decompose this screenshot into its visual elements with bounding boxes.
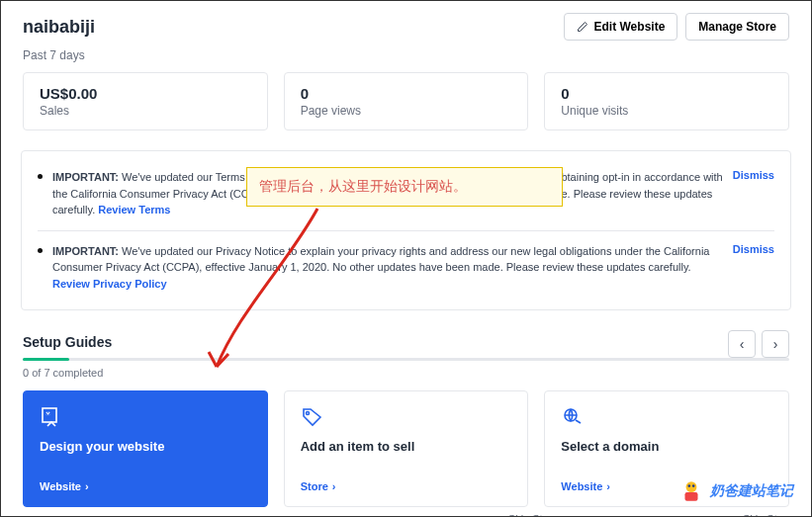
stat-card-unique: 0 Unique visits <box>544 72 789 130</box>
guide-link-store[interactable]: Store› <box>301 480 512 492</box>
stat-label: Unique visits <box>561 104 772 118</box>
chevron-right-icon: › <box>85 480 89 492</box>
guide-link-website[interactable]: Website› <box>40 480 251 492</box>
stat-label: Sales <box>40 104 251 118</box>
stat-value: US$0.00 <box>40 85 251 102</box>
review-privacy-link[interactable]: Review Privacy Policy <box>52 278 167 290</box>
stat-label: Page views <box>301 104 512 118</box>
edit-website-button[interactable]: Edit Website <box>564 13 678 41</box>
skip-step-link[interactable]: Skip Step <box>508 513 555 517</box>
page-title: naibabiji <box>23 17 556 38</box>
pencil-icon <box>577 21 588 33</box>
setup-guides-title: Setup Guides <box>23 334 112 350</box>
stat-value: 0 <box>301 85 512 102</box>
notice-item: IMPORTANT: We've updated our Privacy Not… <box>38 230 774 299</box>
dismiss-button[interactable]: Dismiss <box>733 243 774 293</box>
svg-point-1 <box>306 412 309 415</box>
tag-icon <box>301 405 324 429</box>
notice-prefix: IMPORTANT: <box>52 245 119 257</box>
chevron-right-icon: › <box>606 480 610 492</box>
stat-card-sales: US$0.00 Sales <box>23 72 268 130</box>
design-icon <box>40 405 63 429</box>
notice-prefix: IMPORTANT: <box>52 171 119 183</box>
stat-card-pageviews: 0 Page views <box>284 72 529 130</box>
guides-next-button[interactable]: › <box>762 330 789 358</box>
chevron-right-icon: › <box>332 480 336 492</box>
setup-progress-bar <box>23 358 789 361</box>
manage-store-label: Manage Store <box>698 20 776 34</box>
guide-title: Design your website <box>40 439 251 454</box>
notice-text: We've updated our Privacy Notice to expl… <box>52 245 709 274</box>
dismiss-button[interactable]: Dismiss <box>733 169 774 218</box>
guides-prev-button[interactable]: ‹ <box>728 330 756 358</box>
guide-card-design-website[interactable]: Design your website Website› <box>23 390 268 507</box>
skip-step-link[interactable]: Skip Step <box>743 513 789 517</box>
manage-store-button[interactable]: Manage Store <box>685 13 789 41</box>
review-terms-link[interactable]: Review Terms <box>98 204 170 215</box>
guide-card-add-item[interactable]: Add an item to sell Store› <box>284 390 529 507</box>
guide-title: Select a domain <box>561 439 772 454</box>
bullet-icon <box>38 174 43 179</box>
annotation-callout: 管理后台，从这里开始设计网站。 <box>246 167 563 207</box>
setup-progress-text: 0 of 7 completed <box>23 367 789 379</box>
search-globe-icon <box>561 405 585 429</box>
guide-link-website[interactable]: Website› <box>561 480 772 492</box>
period-label: Past 7 days <box>1 41 811 72</box>
bullet-icon <box>38 248 43 253</box>
stat-value: 0 <box>561 85 772 102</box>
edit-website-label: Edit Website <box>594 20 666 34</box>
guide-card-select-domain[interactable]: Select a domain Website› <box>544 390 789 507</box>
guide-title: Add an item to sell <box>301 439 512 454</box>
